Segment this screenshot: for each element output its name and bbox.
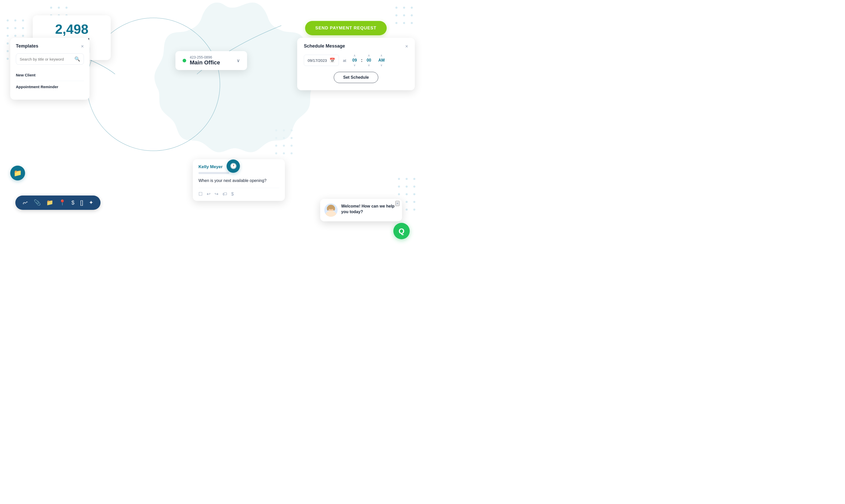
sparkle-icon[interactable]: ✦ [89, 199, 93, 206]
svg-point-38 [411, 22, 413, 24]
schedule-title: Schedule Message [304, 43, 345, 49]
svg-point-36 [395, 22, 398, 24]
svg-point-18 [50, 7, 52, 9]
svg-point-69 [327, 211, 335, 216]
svg-point-0 [7, 19, 9, 21]
minute-spinner[interactable]: ∧ 00 ∨ [365, 54, 373, 67]
ampm-value: AM [376, 57, 387, 63]
location-icon[interactable]: 📍 [59, 199, 66, 206]
office-selector[interactable]: 423-255-0896 Main Office ∨ [175, 51, 247, 70]
folder-icon: 📁 [14, 169, 22, 177]
hour-up-arrow[interactable]: ∧ [353, 54, 356, 57]
svg-point-33 [395, 14, 398, 16]
brackets-icon[interactable]: [] [80, 199, 83, 206]
chat-toolbar: ☐ ↩ ↪ 🏷 $ [198, 188, 279, 197]
ampm-up-arrow[interactable]: ∧ [380, 54, 383, 57]
send-payment-request-button[interactable]: SEND PAYMENT REQUEST [305, 21, 387, 35]
svg-point-72 [333, 206, 335, 211]
svg-point-9 [7, 42, 9, 44]
schedule-panel: Schedule Message × 09/17/2023 📅 at ∧ 09 … [297, 38, 415, 90]
svg-point-6 [7, 35, 9, 37]
welcome-bubble: ✕ Welcome! How can we help you today? [320, 199, 402, 221]
svg-point-20 [66, 7, 68, 9]
dollar-icon[interactable]: $ [71, 199, 74, 206]
svg-point-2 [22, 19, 24, 21]
svg-point-52 [406, 209, 408, 211]
svg-point-43 [406, 185, 408, 187]
chat-fab-icon: Q [399, 227, 404, 235]
chat-message: When is your next available opening? [198, 178, 279, 184]
svg-point-37 [403, 22, 405, 24]
svg-point-3 [7, 27, 9, 29]
clock-bubble: 🕐 [227, 160, 240, 173]
undo-icon[interactable]: ↩ [207, 191, 210, 197]
svg-point-15 [7, 58, 9, 60]
time-spinners: ∧ 09 ∨ : ∧ 00 ∨ ∧ AM ∨ [350, 54, 387, 67]
templates-panel-header: Templates × [16, 43, 84, 49]
ampm-down-arrow[interactable]: ∨ [380, 64, 383, 67]
payment-icon[interactable]: $ [231, 192, 234, 197]
minute-up-arrow[interactable]: ∧ [368, 54, 370, 57]
office-info: 423-255-0896 Main Office [190, 55, 233, 66]
status-dot-online [182, 59, 186, 62]
svg-point-47 [413, 193, 415, 195]
template-search-input[interactable] [20, 57, 72, 61]
time-colon: : [361, 58, 363, 63]
checkbox-icon[interactable]: ☐ [198, 191, 203, 197]
svg-point-34 [403, 14, 405, 16]
user-avatar [324, 203, 338, 217]
chat-fab-button[interactable]: Q [393, 223, 410, 239]
at-label: at [343, 58, 346, 62]
schedule-header: Schedule Message × [304, 43, 408, 49]
clock-icon: 🕐 [230, 163, 237, 169]
template-search-box[interactable]: 🔍 [16, 53, 84, 65]
chat-loading-bar [198, 172, 229, 174]
svg-point-45 [398, 193, 400, 195]
office-name: Main Office [190, 59, 233, 66]
svg-point-12 [7, 50, 9, 52]
svg-point-49 [406, 201, 408, 203]
svg-point-42 [398, 185, 400, 187]
ampm-spinner[interactable]: ∧ AM ∨ [376, 54, 387, 67]
svg-point-30 [395, 7, 398, 9]
set-schedule-button[interactable]: Set Schedule [334, 72, 378, 83]
templates-title: Templates [16, 43, 38, 49]
schedule-close-button[interactable]: × [405, 44, 408, 49]
tag-icon[interactable]: 🏷 [223, 192, 227, 197]
templates-panel: Templates × 🔍 New Client Appointment Rem… [10, 38, 89, 100]
action-toolbar: 📎 📁 📍 $ [] ✦ [15, 196, 101, 210]
svg-point-32 [411, 7, 413, 9]
folder-icon-toolbar[interactable]: 📁 [46, 199, 53, 206]
svg-point-53 [413, 209, 415, 211]
chevron-down-icon: ∨ [236, 58, 240, 64]
search-icon: 🔍 [74, 56, 80, 62]
folder-bubble[interactable]: 📁 [10, 166, 25, 180]
svg-point-41 [413, 178, 415, 180]
svg-point-40 [406, 178, 408, 180]
signature-icon[interactable] [22, 199, 28, 206]
reviews-count: 2,498 [40, 22, 104, 36]
svg-point-50 [413, 201, 415, 203]
svg-point-7 [14, 35, 16, 37]
hour-down-arrow[interactable]: ∨ [353, 64, 356, 67]
template-item-new-client[interactable]: New Client [16, 69, 84, 81]
office-phone: 423-255-0896 [190, 55, 233, 59]
svg-point-31 [403, 7, 405, 9]
hour-spinner[interactable]: ∧ 09 ∨ [350, 54, 359, 67]
redo-icon[interactable]: ↪ [215, 191, 218, 197]
svg-point-8 [22, 35, 24, 37]
welcome-close-button[interactable]: ✕ [395, 201, 400, 206]
svg-point-46 [406, 193, 408, 195]
svg-point-1 [14, 19, 16, 21]
calendar-icon: 📅 [330, 57, 335, 63]
minute-down-arrow[interactable]: ∨ [368, 64, 370, 67]
template-item-appointment-reminder[interactable]: Appointment Reminder [16, 81, 84, 92]
svg-point-5 [22, 27, 24, 29]
schedule-date-input[interactable]: 09/17/2023 📅 [304, 55, 339, 66]
svg-point-19 [58, 7, 60, 9]
svg-point-35 [411, 14, 413, 16]
templates-close-button[interactable]: × [81, 44, 84, 49]
svg-point-71 [327, 206, 329, 211]
svg-point-4 [14, 27, 16, 29]
attachment-icon[interactable]: 📎 [34, 199, 41, 206]
